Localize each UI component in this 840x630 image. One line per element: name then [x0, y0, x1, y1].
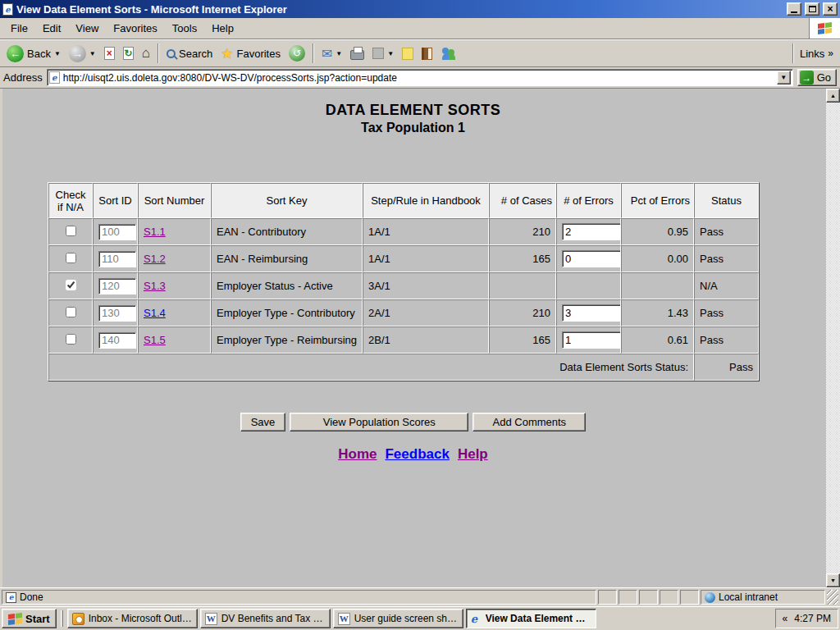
- errors-input[interactable]: [562, 331, 621, 349]
- task-button-word-1[interactable]: W DV Benefits and Tax Han...: [200, 609, 331, 628]
- back-icon: ←: [7, 45, 24, 62]
- page-content: DATA ELEMENT SORTS Tax Population 1 Chec…: [0, 89, 840, 587]
- address-dropdown-button[interactable]: ▼: [777, 71, 791, 84]
- sort-number-link[interactable]: S1.3: [144, 280, 166, 292]
- forward-button[interactable]: → ▼: [66, 43, 99, 64]
- col-header-pct-errors: Pct of Errors: [621, 183, 694, 218]
- stop-button[interactable]: ×: [101, 45, 118, 62]
- sort-id-input[interactable]: [98, 224, 136, 240]
- task-label: DV Benefits and Tax Han...: [221, 613, 326, 624]
- sort-number-link[interactable]: S1.2: [144, 253, 166, 265]
- table-row: S1.5 Employer Type - Reimbursing 2B/1 16…: [48, 326, 759, 354]
- sort-number-link[interactable]: S1.5: [144, 334, 166, 346]
- edit-dropdown-icon[interactable]: ▼: [387, 50, 394, 57]
- table-header-row: Check if N/A Sort ID Sort Number Sort Ke…: [48, 183, 759, 218]
- status-pane-empty: [680, 590, 699, 605]
- security-zone-text: Local intranet: [719, 591, 778, 603]
- search-icon: [167, 49, 176, 58]
- menu-help[interactable]: Help: [204, 19, 241, 38]
- links-label[interactable]: Links: [800, 48, 824, 60]
- task-button-ie-active[interactable]: e View Data Element So...: [466, 609, 596, 628]
- home-button[interactable]: ⌂: [139, 43, 153, 63]
- sort-number-link[interactable]: S1.1: [144, 226, 166, 238]
- scroll-down-icon[interactable]: ▼: [826, 573, 840, 587]
- vertical-scrollbar[interactable]: ▲ ▼: [826, 89, 840, 587]
- discuss-button[interactable]: [399, 46, 417, 62]
- address-input[interactable]: [63, 72, 774, 84]
- menu-edit[interactable]: Edit: [35, 19, 68, 38]
- add-comments-button[interactable]: Add Comments: [472, 413, 586, 431]
- edit-button[interactable]: ▼: [369, 46, 397, 61]
- menu-bar: File Edit View Favorites Tools Help: [0, 18, 840, 39]
- sort-key-cell: EAN - Reimbursing: [211, 245, 363, 272]
- favorites-button[interactable]: ★ Favorites: [217, 43, 284, 64]
- na-checkbox[interactable]: [66, 253, 76, 263]
- cases-cell: 165: [489, 326, 556, 354]
- sort-id-input[interactable]: [98, 332, 136, 349]
- forward-dropdown-icon[interactable]: ▼: [89, 50, 96, 57]
- col-header-cases: # of Cases: [489, 183, 556, 218]
- resize-grip[interactable]: [827, 590, 838, 605]
- menu-view[interactable]: View: [68, 19, 106, 38]
- taskbar-clock: 4:27 PM: [794, 613, 831, 624]
- home-link[interactable]: Home: [338, 446, 377, 463]
- view-population-scores-button[interactable]: View Population Scores: [290, 413, 468, 431]
- history-button[interactable]: ↺: [285, 43, 308, 63]
- toolbar-separator: [792, 43, 794, 63]
- action-buttons: Save View Population Scores Add Comments: [2, 413, 824, 431]
- na-checkbox[interactable]: [66, 280, 76, 290]
- favorites-icon: ★: [221, 45, 233, 62]
- pct-errors-cell: 1.43: [621, 299, 694, 326]
- messenger-button[interactable]: [437, 44, 460, 62]
- stop-icon: ×: [104, 47, 115, 60]
- start-button[interactable]: Start: [2, 609, 57, 628]
- help-link[interactable]: Help: [458, 446, 488, 463]
- menu-file[interactable]: File: [3, 19, 35, 38]
- col-header-sort-id: Sort ID: [93, 183, 138, 218]
- menu-favorites[interactable]: Favorites: [106, 19, 164, 38]
- status-cell: Pass: [694, 299, 759, 326]
- pct-errors-cell: 0.00: [621, 245, 694, 272]
- scroll-up-icon[interactable]: ▲: [826, 89, 840, 103]
- sort-id-input[interactable]: [98, 251, 136, 267]
- na-checkbox[interactable]: [66, 226, 76, 236]
- links-chevron-icon[interactable]: »: [828, 48, 833, 59]
- back-dropdown-icon[interactable]: ▼: [54, 50, 61, 57]
- errors-input[interactable]: [562, 223, 621, 240]
- taskbar: Start Inbox - Microsoft Outlook W DV Ben…: [0, 606, 840, 630]
- mail-button[interactable]: ✉ ▼: [318, 44, 345, 63]
- search-button[interactable]: Search: [163, 46, 216, 62]
- save-button[interactable]: Save: [240, 413, 286, 431]
- table-row: S1.3 Employer Status - Active 3A/1 N/A: [48, 272, 759, 299]
- go-button[interactable]: → Go: [797, 69, 837, 86]
- na-checkbox[interactable]: [66, 307, 76, 317]
- back-label: Back: [27, 48, 51, 60]
- back-button[interactable]: ← Back ▼: [3, 43, 64, 64]
- errors-input[interactable]: [562, 250, 621, 267]
- refresh-button[interactable]: ↻: [120, 45, 137, 62]
- sort-number-link[interactable]: S1.4: [144, 307, 166, 319]
- close-button[interactable]: ×: [823, 2, 838, 16]
- menu-tools[interactable]: Tools: [165, 19, 204, 38]
- intranet-globe-icon: [705, 592, 715, 603]
- mail-dropdown-icon[interactable]: ▼: [336, 50, 342, 57]
- na-checkbox[interactable]: [66, 334, 76, 345]
- word-icon: W: [338, 613, 350, 625]
- footer-links: Home Feedback Help: [2, 446, 824, 463]
- tray-chevron-icon[interactable]: «: [783, 613, 788, 624]
- feedback-link[interactable]: Feedback: [385, 446, 449, 463]
- messenger-icon: [441, 46, 457, 61]
- errors-input[interactable]: [562, 304, 621, 322]
- toolbar-separator: [158, 43, 159, 63]
- sort-id-input[interactable]: [98, 278, 136, 294]
- research-button[interactable]: [418, 46, 436, 62]
- maximize-button[interactable]: [805, 2, 819, 16]
- sort-id-input[interactable]: [98, 305, 136, 322]
- table-row: S1.2 EAN - Reimbursing 1A/1 165 0.00 Pas…: [48, 245, 759, 272]
- print-button[interactable]: [347, 45, 368, 62]
- task-button-outlook[interactable]: Inbox - Microsoft Outlook: [67, 609, 198, 628]
- task-button-word-2[interactable]: W User guide screen shots ...: [333, 609, 463, 628]
- cases-cell: [489, 272, 556, 299]
- minimize-button[interactable]: [787, 2, 801, 16]
- outlook-icon: [72, 613, 84, 625]
